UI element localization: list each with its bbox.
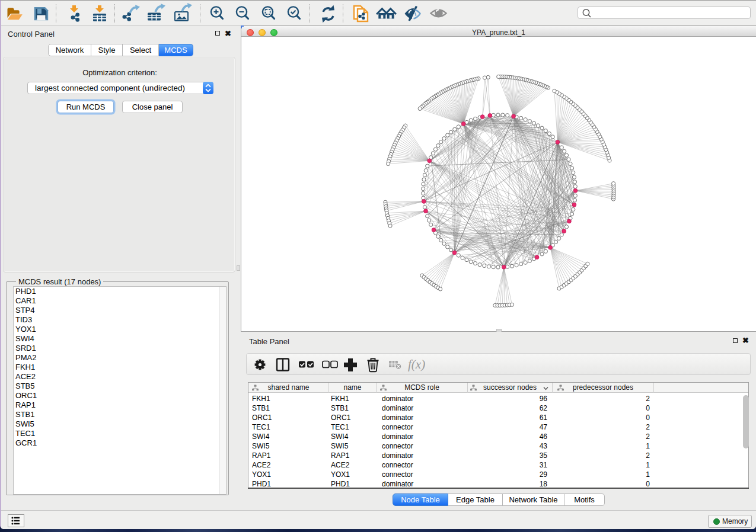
svg-text:f(x): f(x) [408, 357, 425, 371]
